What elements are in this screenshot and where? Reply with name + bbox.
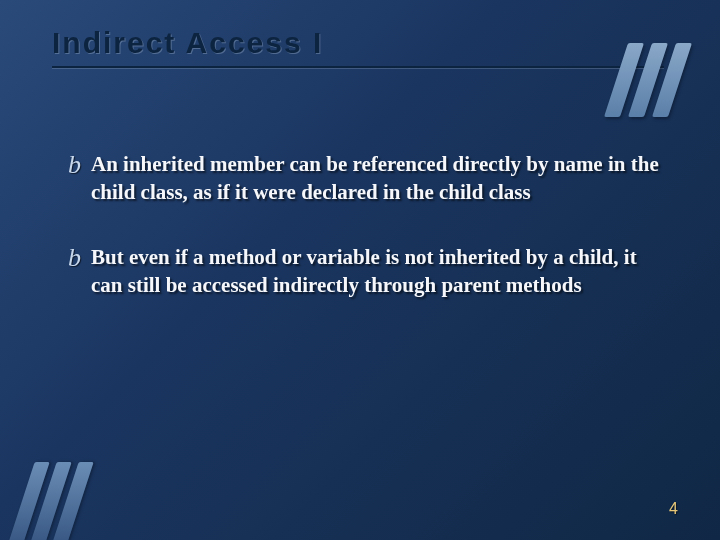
bullet-text: But even if a method or variable is not … — [91, 243, 660, 300]
content-area: b An inherited member can be referenced … — [68, 150, 660, 335]
slide: Indirect Access I b An inherited member … — [0, 0, 720, 540]
bullet-item: b But even if a method or variable is no… — [68, 243, 660, 300]
title-underline — [52, 66, 664, 68]
bullet-icon: b — [68, 245, 81, 271]
slide-title: Indirect Access I — [52, 26, 323, 60]
page-number: 4 — [669, 500, 678, 518]
bullet-icon: b — [68, 152, 81, 178]
decorative-stripes-top — [616, 43, 680, 117]
decorative-stripes-bottom — [22, 462, 81, 540]
bullet-item: b An inherited member can be referenced … — [68, 150, 660, 207]
bullet-text: An inherited member can be referenced di… — [91, 150, 660, 207]
